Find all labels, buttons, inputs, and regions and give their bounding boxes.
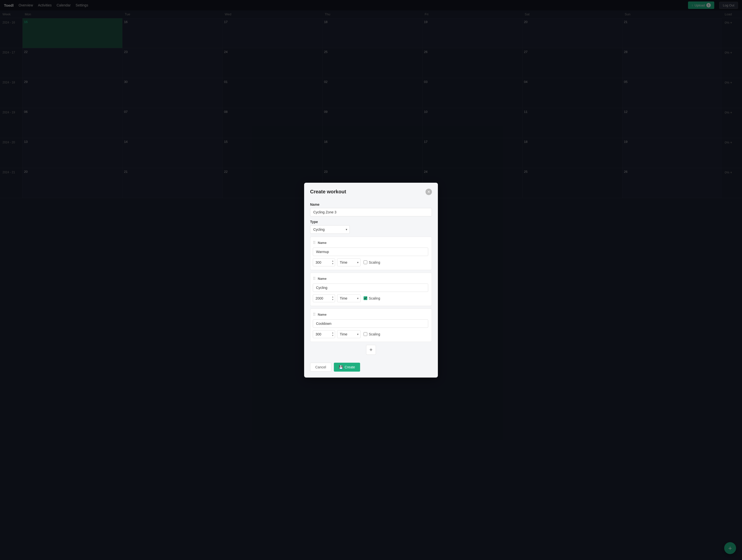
type-select-wrap: CyclingRunningSwimmingStrength ▾: [310, 225, 350, 234]
segment-name-input[interactable]: [313, 319, 428, 328]
modal-title: Create workout: [310, 189, 346, 194]
duration-input-wrap: ▲ ▼: [313, 259, 335, 266]
type-label: Type: [310, 220, 432, 224]
segment-controls-row: ▲ ▼ TimeDistance ▾ Scaling: [313, 294, 428, 302]
drag-handle-icon[interactable]: ⠿: [313, 276, 316, 281]
name-label: Name: [310, 203, 432, 207]
scaling-checkbox[interactable]: [364, 296, 367, 300]
scaling-wrap: Scaling: [364, 261, 380, 264]
unit-select-wrap: TimeDistance ▾: [337, 330, 361, 338]
scaling-label: Scaling: [369, 332, 380, 336]
spinner-up[interactable]: ▲: [331, 260, 334, 263]
type-select[interactable]: CyclingRunningSwimmingStrength: [310, 225, 350, 234]
modal-close-button[interactable]: ✕: [425, 189, 432, 195]
spinner-down[interactable]: ▼: [331, 298, 334, 301]
segment-name-input[interactable]: [313, 247, 428, 256]
unit-select-wrap: TimeDistance ▾: [337, 259, 361, 266]
segment-card: ⠿ Name ▲ ▼ TimeDistance ▾ Scaling: [310, 273, 432, 306]
scaling-checkbox[interactable]: [364, 261, 367, 264]
cancel-button[interactable]: Cancel: [310, 363, 331, 372]
spinner-up[interactable]: ▲: [331, 332, 334, 334]
spinner-up[interactable]: ▲: [331, 296, 334, 298]
segment-controls-row: ▲ ▼ TimeDistance ▾ Scaling: [313, 259, 428, 266]
segment-name-input[interactable]: [313, 283, 428, 292]
create-button[interactable]: 💾 Create: [334, 363, 360, 372]
drag-handle-icon[interactable]: ⠿: [313, 312, 316, 317]
scaling-wrap: Scaling: [364, 296, 380, 300]
segments-list: ⠿ Name ▲ ▼ TimeDistance ▾ Scaling: [310, 237, 432, 342]
modal-footer: Cancel 💾 Create: [304, 359, 438, 378]
unit-select[interactable]: TimeDistance: [337, 259, 361, 266]
spinner-down[interactable]: ▼: [331, 263, 334, 265]
scaling-checkbox[interactable]: [364, 332, 367, 336]
drag-handle-icon[interactable]: ⠿: [313, 240, 316, 245]
unit-select[interactable]: TimeDistance: [337, 330, 361, 338]
duration-input-wrap: ▲ ▼: [313, 330, 335, 338]
unit-select-wrap: TimeDistance ▾: [337, 294, 361, 302]
workout-name-input[interactable]: [310, 208, 432, 216]
duration-input-wrap: ▲ ▼: [313, 294, 335, 302]
modal-header: Create workout ✕: [304, 183, 438, 199]
segment-name-label: Name: [318, 313, 326, 317]
unit-select[interactable]: TimeDistance: [337, 294, 361, 302]
segment-top: ⠿ Name: [313, 240, 428, 245]
add-segment-button[interactable]: +: [366, 345, 376, 355]
modal-overlay[interactable]: Create workout ✕ Name Type CyclingRunnin…: [0, 0, 742, 560]
scaling-label: Scaling: [369, 296, 380, 300]
scaling-wrap: Scaling: [364, 332, 380, 336]
spinner-down[interactable]: ▼: [331, 334, 334, 337]
segment-name-label: Name: [318, 277, 326, 280]
segment-top: ⠿ Name: [313, 312, 428, 317]
create-workout-modal: Create workout ✕ Name Type CyclingRunnin…: [304, 183, 438, 378]
segment-name-label: Name: [318, 241, 326, 244]
segment-top: ⠿ Name: [313, 276, 428, 281]
segment-controls-row: ▲ ▼ TimeDistance ▾ Scaling: [313, 330, 428, 338]
scaling-label: Scaling: [369, 261, 380, 264]
modal-body: Name Type CyclingRunningSwimmingStrength…: [304, 203, 438, 359]
save-icon: 💾: [339, 365, 343, 369]
segment-card: ⠿ Name ▲ ▼ TimeDistance ▾ Scaling: [310, 237, 432, 270]
segment-card: ⠿ Name ▲ ▼ TimeDistance ▾ Scaling: [310, 309, 432, 342]
